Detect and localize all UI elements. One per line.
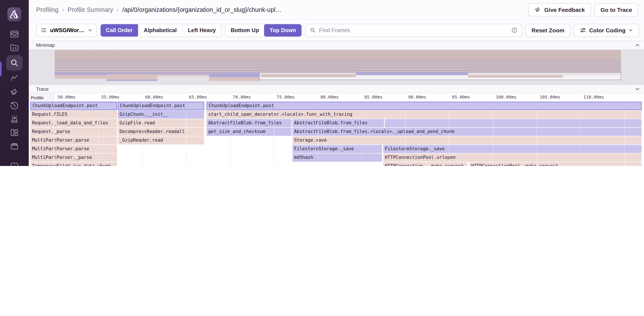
search-icon (10, 58, 20, 68)
profile-label: Profile (29, 93, 54, 102)
sidebar-item-alerts[interactable] (6, 112, 23, 126)
color-coding-label: Color Coding (589, 27, 626, 33)
collapse-minimap-icon[interactable] (635, 43, 640, 48)
flame-frame[interactable]: Request._load_data_and_files (30, 119, 117, 127)
flame-frame[interactable]: AbstractFileBlob.from_files (292, 119, 384, 127)
toolbar: uWSGIWor… Call OrderAlphabeticalLeft Hea… (29, 20, 644, 41)
sidebar-item-megaphone[interactable] (6, 85, 23, 98)
sidebar-item-search[interactable] (6, 55, 23, 70)
chevron-down-icon (88, 28, 92, 32)
reset-zoom-button[interactable]: Reset Zoom (526, 23, 571, 37)
trace-header: Trace (29, 84, 644, 93)
breadcrumb-transaction: /api/0/organizations/{organization_id_or… (122, 6, 282, 13)
flame-frame[interactable] (385, 119, 642, 127)
time-tick: 85.00ms (364, 94, 382, 99)
flame-frame[interactable]: TemporaryFileU…ive_data_chunk (30, 162, 117, 166)
time-tick: 105.00ms (540, 94, 560, 99)
sorting-left-heavy[interactable]: Left Heavy (182, 24, 221, 36)
flame-frame[interactable]: _GzipReader.read (118, 136, 204, 144)
sidebar-item-replays[interactable] (6, 98, 23, 112)
sorting-segmented-control: Call OrderAlphabeticalLeft Heavy (100, 23, 222, 37)
go-to-trace-button[interactable]: Go to Trace (594, 3, 638, 16)
time-tick: 80.00ms (320, 94, 338, 99)
give-feedback-label: Give Feedback (544, 6, 585, 13)
flame-frame[interactable]: Storage.save (292, 136, 642, 144)
flame-frame[interactable]: MultiPartParser.parse (30, 136, 117, 144)
breadcrumb-profiling[interactable]: Profiling (36, 6, 58, 13)
breadcrumb-separator: › (62, 6, 64, 13)
reset-zoom-label: Reset Zoom (532, 27, 565, 33)
sentry-logo[interactable] (7, 7, 21, 21)
main-content: Profiling › Profile Summary › /api/0/org… (29, 0, 644, 166)
flame-frame[interactable]: DecompressReader.readall (118, 128, 204, 136)
give-feedback-button[interactable]: Give Feedback (528, 3, 591, 16)
breadcrumb-separator: › (117, 6, 118, 13)
trace-title: Trace (36, 86, 49, 92)
time-tick: 55.00ms (101, 94, 120, 99)
issues-icon (10, 29, 20, 39)
flame-frame[interactable]: HTTPConnectionPool._make_request (470, 162, 642, 166)
sorting-alphabetical[interactable]: Alphabetical (138, 24, 182, 36)
minimap-title: Minimap (36, 42, 55, 48)
direction-bottom-up[interactable]: Bottom Up (226, 24, 264, 36)
flame-frame[interactable]: GzipFile.read (118, 119, 204, 127)
flame-frame[interactable]: get_size_and_checksum (206, 128, 292, 136)
flame-frame[interactable]: MultiPartParser.parse (30, 145, 117, 153)
time-tick: 90.00ms (408, 94, 426, 99)
flame-frame[interactable]: ChunkUploadEndpoint.post (206, 102, 642, 110)
flame-frame[interactable]: MultiPartParser._parse (30, 153, 117, 162)
projects-icon (10, 42, 20, 52)
thread-icon (41, 27, 47, 33)
sidebar-item-stats[interactable] (6, 159, 23, 166)
go-to-trace-label: Go to Trace (600, 6, 632, 13)
color-coding-button[interactable]: Color Coding (574, 23, 639, 37)
flame-frame[interactable]: start_child_span_decorator.<locals>.func… (206, 110, 642, 119)
sliders-icon (580, 27, 586, 33)
alerts-icon (10, 114, 20, 124)
minimap-flame-overview (54, 50, 621, 75)
flame-frame[interactable]: GzipChunk.__init__ (118, 110, 204, 119)
flame-frame[interactable]: Request.FILES (30, 110, 117, 119)
megaphone-icon (534, 6, 541, 13)
discover-icon (10, 141, 20, 151)
minimap-block (106, 74, 157, 80)
minimap-block (54, 73, 106, 75)
time-tick: 100.00ms (496, 94, 516, 99)
sorting-call-order[interactable]: Call Order (100, 23, 138, 37)
sidebar-item-metrics[interactable] (6, 71, 23, 85)
time-tick: 75.00ms (277, 94, 295, 99)
time-tick: 70.00ms (233, 94, 251, 99)
flame-frame[interactable]: FilestoreStorage._save (383, 145, 642, 153)
flame-frame[interactable]: ChunkUploadEndpoint.post (30, 102, 117, 110)
info-icon[interactable] (511, 27, 518, 33)
sidebar-item-projects[interactable] (6, 41, 23, 54)
collapse-trace-icon[interactable] (635, 86, 640, 91)
flame-frame[interactable]: AbstractFileBlob.from_files (206, 119, 292, 127)
flame-frame[interactable]: AbstractFileBlob.from_files.<locals>._up… (292, 128, 642, 136)
time-tick: 60.00ms (145, 94, 163, 99)
find-frames-searchbox[interactable] (305, 23, 522, 37)
sidebar-item-issues[interactable] (6, 27, 23, 41)
chevron-down-icon (628, 28, 633, 32)
minimap-block (157, 74, 209, 76)
minimap-canvas[interactable] (29, 49, 644, 84)
minimap-block (106, 79, 157, 81)
flame-frame[interactable]: HTTPConnection…._make_request (383, 162, 467, 166)
flamegraph[interactable]: ChunkUploadEndpoint.postChunkUploadEndpo… (29, 102, 644, 166)
find-frames-input[interactable] (319, 27, 508, 33)
dashboards-icon (10, 127, 20, 137)
flame-frame[interactable]: FilestoreStorage._save (292, 145, 382, 153)
flame-frame[interactable]: md5hash (292, 153, 382, 162)
sidebar-item-dashboards[interactable] (6, 126, 23, 139)
flame-frame[interactable]: HTTPConnectionPool.urlopen (383, 153, 642, 162)
sidebar (0, 0, 29, 166)
profiling-flamegraph-page: Profiling › Profile Summary › /api/0/org… (0, 0, 644, 166)
minimap-block (468, 75, 563, 77)
breadcrumb-profile-summary[interactable]: Profile Summary (68, 6, 113, 13)
flame-frame[interactable]: Request._parse (30, 128, 117, 136)
thread-selector[interactable]: uWSGIWor… (36, 23, 97, 37)
sidebar-item-discover[interactable] (6, 139, 23, 153)
minimap-block (209, 77, 260, 81)
flame-frame[interactable]: ChunkUploadEndpoint.post (118, 102, 204, 110)
direction-top-down[interactable]: Top Down (264, 23, 302, 37)
